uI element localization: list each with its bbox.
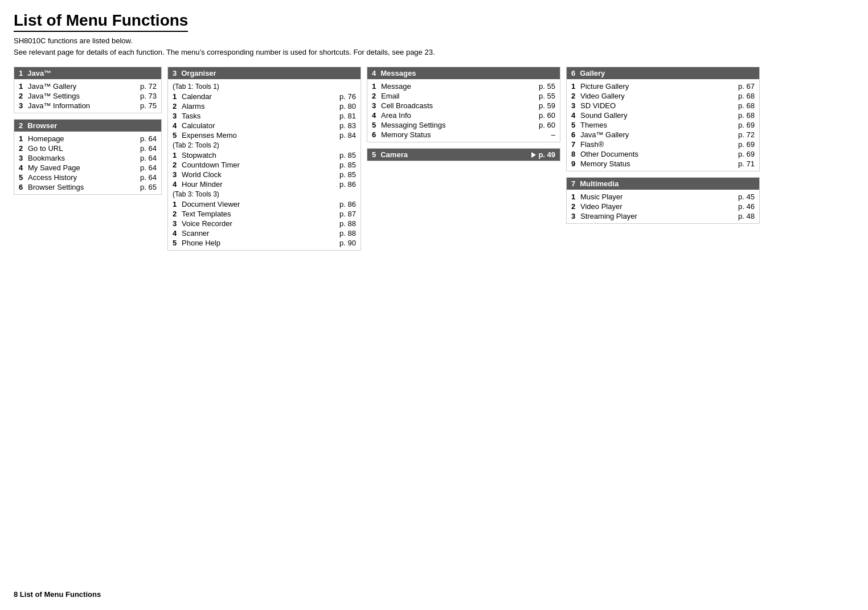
section-body-browser: 1 Homepage p. 642 Go to URL p. 643 Bookm… [14,132,161,194]
item-page: p. 81 [329,112,356,120]
item-page: p. 83 [329,121,356,130]
item-number: 2 [19,92,28,100]
list-item: 3 Cell Broadcasts p. 59 [372,101,555,110]
item-page: p. 76 [329,92,356,101]
item-name: Calculator [182,121,329,130]
section-title: Browser [27,121,57,130]
item-number: 3 [173,112,182,120]
list-item: 5 Themes p. 69 [571,120,755,130]
item-number: 1 [372,82,381,91]
list-item: 6 Memory Status – [372,130,555,140]
item-name: Alarms [182,102,329,110]
item-page: p. 69 [727,121,755,129]
item-name: Stopwatch [182,151,329,159]
item-page: p. 59 [528,101,555,110]
item-page: p. 64 [129,144,157,153]
item-number: 5 [173,131,182,140]
item-name: Scanner [182,229,329,238]
section-body-gallery: 1 Picture Gallery p. 672 Video Gallery p… [567,79,759,171]
item-name: Area Info [381,111,528,120]
list-item: 3 Streaming Player p. 48 [571,211,755,221]
item-number: 5 [372,121,381,129]
column-2: 3 Organiser(Tab 1: Tools 1)1 Calendar p.… [167,67,361,256]
item-page: p. 60 [528,121,555,129]
item-number: 4 [173,229,182,238]
list-item: 3 SD VIDEO p. 68 [571,101,755,110]
item-number: 4 [19,163,28,172]
camera-page-ref: p. 49 [531,150,555,159]
section-header-gallery: 6 Gallery [567,67,759,79]
item-number: 1 [571,82,580,91]
list-item: 4 Scanner p. 88 [173,228,356,238]
list-item: 2 Email p. 55 [372,91,555,101]
item-page: p. 86 [329,200,356,208]
item-name: Video Gallery [580,92,727,100]
item-page: p. 85 [329,170,356,179]
section-body-multimedia: 1 Music Player p. 452 Video Player p. 46… [567,190,759,223]
section-title: Messages [380,69,416,77]
section-num: 2 [19,121,23,130]
section-body-java: 1 Java™ Gallery p. 722 Java™ Settings p.… [14,79,161,113]
section-browser: 2 Browser1 Homepage p. 642 Go to URL p. … [14,119,162,195]
list-item: 2 Text Templates p. 87 [173,209,356,219]
item-page: p. 64 [129,134,157,143]
section-header-browser: 2 Browser [14,120,161,132]
item-name: Music Player [580,193,727,201]
item-number: 4 [173,121,182,130]
column-4: 6 Gallery1 Picture Gallery p. 672 Video … [566,67,760,230]
item-page: p. 69 [727,150,755,158]
subtitle: SH8010C functions are listed below. See … [14,35,854,58]
list-item: 2 Video Player p. 46 [571,202,755,211]
item-page: p. 72 [727,130,755,139]
item-page: p. 87 [329,210,356,218]
item-page: p. 64 [129,173,157,182]
item-number: 6 [372,130,381,139]
item-page: p. 55 [528,82,555,91]
list-item: 1 Calendar p. 76 [173,92,356,101]
list-item: 2 Java™ Settings p. 73 [19,91,157,101]
item-number: 6 [571,130,580,139]
item-number: 4 [571,111,580,120]
section-title: Multimedia [580,179,619,188]
item-page: p. 75 [129,101,157,110]
item-name: Themes [580,121,727,129]
item-number: 3 [19,101,28,110]
list-item: 2 Alarms p. 80 [173,101,356,111]
item-page: p. 45 [727,193,755,201]
page-title: List of Menu Functions [14,11,188,32]
section-num: 1 [19,69,23,77]
item-number: 5 [19,173,28,182]
item-name: Go to URL [28,144,129,153]
item-name: World Clock [182,170,329,179]
item-number: 3 [372,101,381,110]
item-page: p. 64 [129,163,157,172]
item-name: Memory Status [381,130,528,139]
list-item: 5 Access History p. 64 [19,173,157,182]
item-name: Voice Recorder [182,219,329,228]
section-header-messages: 4 Messages [367,67,560,79]
list-item: 1 Document Viewer p. 86 [173,199,356,209]
item-name: Phone Help [182,239,329,247]
list-item: 6 Browser Settings p. 65 [19,182,157,192]
section-body-organiser: (Tab 1: Tools 1)1 Calendar p. 762 Alarms… [168,79,361,250]
section-java: 1 Java™1 Java™ Gallery p. 722 Java™ Sett… [14,67,162,113]
item-page: p. 65 [129,183,157,191]
item-number: 2 [173,210,182,218]
list-item: 2 Go to URL p. 64 [19,144,157,153]
item-name: Countdown Timer [182,161,329,169]
item-name: Document Viewer [182,200,329,208]
section-title: Organiser [181,69,216,77]
section-title: Java™ [27,69,51,77]
section-num: 6 [571,69,575,77]
main-grid: 1 Java™1 Java™ Gallery p. 722 Java™ Sett… [14,67,854,256]
item-page: p. 72 [129,82,157,91]
item-number: 1 [173,151,182,159]
item-name: Sound Gallery [580,111,727,120]
list-item: 3 Tasks p. 81 [173,111,356,121]
item-name: Picture Gallery [580,82,727,91]
item-page: p. 60 [528,111,555,120]
item-page: p. 64 [129,154,157,162]
item-name: Hour Minder [182,180,329,189]
list-item: 2 Video Gallery p. 68 [571,91,755,101]
item-number: 1 [173,200,182,208]
